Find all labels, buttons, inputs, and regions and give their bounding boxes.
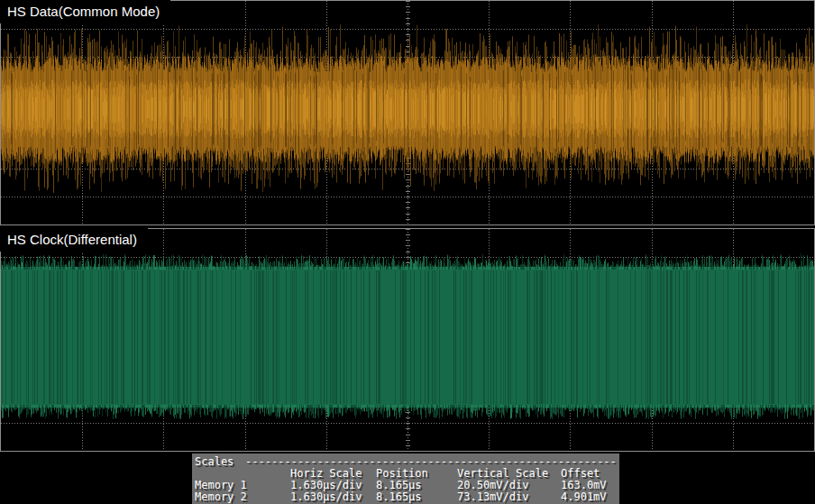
memory-2-horiz-scale: 1.630µs/div [290, 491, 362, 503]
scales-readout-panel: Scales ---------------------------------… [192, 454, 619, 504]
scales-title: Scales [195, 456, 234, 468]
panel-hs-data [0, 0, 815, 225]
channel-label-hs-clock: HS Clock(Differential) [0, 228, 148, 252]
memory-2-row: Memory 2 1.630µs/div 8.165µs 73.13mV/div… [192, 491, 619, 503]
hs-clock-waveform [1, 229, 814, 451]
memory-2-name: Memory 2 [195, 491, 247, 503]
oscilloscope-screen: HS Data(Common Mode) HS Clock(Differenti… [0, 0, 815, 504]
memory-2-vertical-scale: 73.13mV/div [457, 491, 528, 503]
memory-2-position: 8.165µs [376, 491, 422, 503]
channel-label-hs-data: HS Data(Common Mode) [0, 0, 170, 23]
panel-hs-clock [0, 228, 815, 452]
hs-data-waveform [1, 1, 814, 225]
memory-2-offset: 4.901mV [561, 491, 607, 503]
